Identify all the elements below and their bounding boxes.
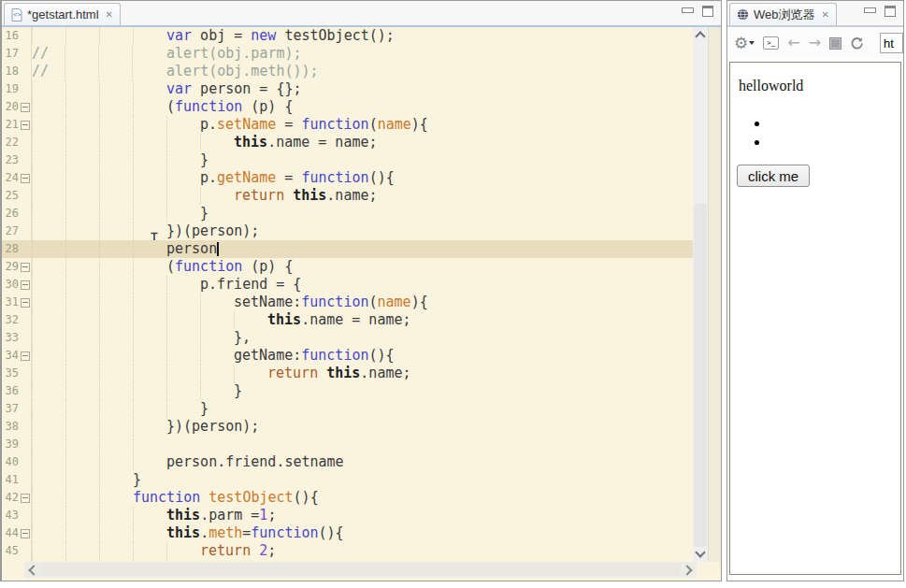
fold-toggle-icon[interactable]: [21, 121, 30, 130]
dropdown-arrow-icon[interactable]: [749, 41, 755, 45]
tab-title: *getstart.html: [27, 7, 99, 22]
line-number: 31: [2, 294, 19, 311]
fold-toggle-icon[interactable]: [21, 494, 30, 503]
code-line[interactable]: 44this.meth=function(){: [2, 524, 693, 542]
code-line[interactable]: 20(function (p) {: [2, 98, 693, 116]
code-line[interactable]: 33},: [2, 329, 693, 347]
line-number: 38: [2, 418, 19, 436]
html-file-icon: <>: [11, 8, 22, 22]
vertical-scrollbar[interactable]: [693, 27, 708, 562]
tab-web-browser[interactable]: Web浏览器 ✕: [729, 3, 837, 25]
settings-button[interactable]: ⚙: [734, 36, 755, 51]
code-line[interactable]: 28person: [2, 240, 693, 258]
fold-toggle-icon[interactable]: [21, 280, 30, 290]
fold-toggle-icon[interactable]: [21, 351, 30, 361]
line-number: 19: [2, 80, 19, 98]
code-line[interactable]: 21p.setName = function(name){: [2, 116, 693, 134]
code-line[interactable]: 23}: [2, 151, 693, 169]
page-heading: helloworld: [739, 78, 900, 94]
list-item: [764, 134, 900, 152]
code-line[interactable]: 17//alert(obj.parm);: [2, 45, 693, 63]
code-line[interactable]: 26}: [2, 205, 693, 222]
code-line[interactable]: 35return this.name;: [2, 365, 693, 382]
tab-close-icon[interactable]: ✕: [822, 9, 829, 20]
scrollbar-thumb[interactable]: [41, 564, 680, 576]
tab-close-icon[interactable]: ✕: [106, 9, 113, 20]
scroll-right-icon[interactable]: [682, 565, 692, 575]
line-number: 27: [2, 222, 19, 240]
code-line[interactable]: 30p.friend = {: [2, 276, 693, 294]
browser-content: helloworld click me: [729, 62, 901, 575]
fold-toggle-icon[interactable]: [21, 174, 30, 183]
forward-button[interactable]: →: [809, 36, 821, 50]
scroll-left-icon[interactable]: [28, 565, 38, 575]
line-number: 16: [2, 27, 19, 45]
code-line[interactable]: 38})(person);: [2, 418, 693, 436]
line-number: 21: [2, 116, 19, 134]
stop-button[interactable]: [829, 37, 841, 50]
line-number: 22: [2, 134, 19, 151]
minimize-icon[interactable]: [864, 7, 876, 13]
gear-icon: ⚙: [734, 36, 748, 51]
line-number: 43: [2, 507, 19, 524]
fold-toggle-icon[interactable]: [21, 103, 30, 112]
line-number: 35: [2, 365, 19, 382]
line-number: 20: [2, 98, 19, 116]
code-line[interactable]: 25return this.name;: [2, 187, 693, 205]
line-number: 29: [2, 258, 19, 276]
console-button[interactable]: >_: [763, 36, 779, 50]
code-line[interactable]: 45return 2;: [2, 542, 693, 560]
fold-toggle-icon[interactable]: [21, 298, 30, 308]
code-line[interactable]: 18//alert(obj.meth());: [2, 63, 693, 80]
globe-icon: [737, 8, 749, 21]
overview-ruler: [708, 27, 721, 562]
code-line[interactable]: 29(function (p) {: [2, 258, 693, 276]
list-item: [764, 115, 900, 134]
scroll-down-icon[interactable]: [695, 547, 705, 557]
url-input[interactable]: [880, 33, 903, 53]
horizontal-scrollbar[interactable]: [2, 562, 721, 578]
editor-panel: <> *getstart.html ✕ 16var obj = new test…: [0, 0, 722, 581]
code-line[interactable]: 32this.name = name;: [2, 311, 693, 329]
code-line[interactable]: 22this.name = name;: [2, 134, 693, 151]
code-lines[interactable]: 16var obj = new testObject();17//alert(o…: [2, 27, 693, 562]
line-number: 36: [2, 382, 19, 400]
code-line[interactable]: 41}: [2, 471, 693, 489]
code-line[interactable]: 36}: [2, 382, 693, 400]
code-line[interactable]: 39: [2, 436, 693, 453]
back-arrow-icon: ←: [787, 36, 799, 50]
fold-toggle-icon[interactable]: [21, 529, 30, 538]
code-line[interactable]: 27})(person);: [2, 222, 693, 240]
scrollbar-thumb[interactable]: [694, 204, 707, 547]
browser-toolbar: ⚙ >_ ← →: [727, 27, 903, 59]
tab-getstart[interactable]: <> *getstart.html ✕: [4, 3, 121, 25]
line-number: 33: [2, 329, 19, 347]
code-line[interactable]: 24p.getName = function(){: [2, 169, 693, 187]
fold-toggle-icon[interactable]: [21, 263, 30, 272]
line-number: 45: [2, 542, 19, 560]
code-line[interactable]: 42function testObject(){: [2, 489, 693, 507]
browser-panel: Web浏览器 ✕ ⚙ >_ ← → helloworld click me: [726, 0, 904, 581]
code-line[interactable]: 19var person = {};: [2, 80, 693, 98]
scroll-up-icon[interactable]: [695, 31, 705, 41]
code-line[interactable]: 16var obj = new testObject();: [2, 27, 693, 45]
code-line[interactable]: 40person.friend.setname: [2, 453, 693, 471]
code-line[interactable]: 43this.parm =1;: [2, 507, 693, 524]
stop-icon: [829, 37, 841, 50]
line-number: 37: [2, 400, 19, 418]
maximize-icon[interactable]: [884, 6, 896, 17]
line-number: 17: [2, 45, 19, 63]
tab-title: Web浏览器: [754, 7, 815, 23]
line-number: 30: [2, 276, 19, 294]
code-line[interactable]: 31setName:function(name){: [2, 294, 693, 311]
maximize-icon[interactable]: [702, 6, 713, 17]
code-line[interactable]: 34getName:function(){: [2, 347, 693, 365]
code-line[interactable]: 37}: [2, 400, 693, 418]
minimize-icon[interactable]: [682, 7, 694, 13]
click-me-button[interactable]: click me: [737, 165, 810, 187]
line-number: 40: [2, 453, 19, 471]
refresh-button[interactable]: [850, 36, 864, 50]
svg-text:<>: <>: [13, 11, 21, 19]
text-caret: [217, 242, 219, 256]
back-button[interactable]: ←: [787, 36, 799, 50]
